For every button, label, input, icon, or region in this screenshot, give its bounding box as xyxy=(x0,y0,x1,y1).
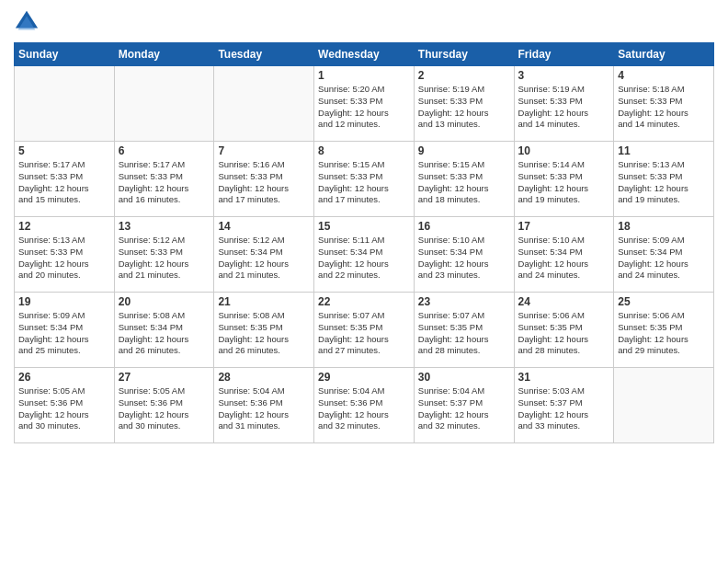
day-info: Sunrise: 5:16 AM Sunset: 5:33 PM Dayligh… xyxy=(218,159,310,206)
calendar-cell xyxy=(214,66,314,142)
calendar-cell: 1Sunrise: 5:20 AM Sunset: 5:33 PM Daylig… xyxy=(314,66,415,142)
day-number: 20 xyxy=(119,295,210,308)
day-number: 1 xyxy=(318,69,410,82)
day-info: Sunrise: 5:08 AM Sunset: 5:35 PM Dayligh… xyxy=(218,310,310,357)
day-number: 4 xyxy=(618,69,710,82)
day-number: 29 xyxy=(318,371,410,384)
header xyxy=(14,9,714,35)
day-info: Sunrise: 5:06 AM Sunset: 5:35 PM Dayligh… xyxy=(618,310,710,357)
day-info: Sunrise: 5:19 AM Sunset: 5:33 PM Dayligh… xyxy=(518,84,610,131)
calendar-cell: 5Sunrise: 5:17 AM Sunset: 5:33 PM Daylig… xyxy=(15,142,115,217)
day-info: Sunrise: 5:17 AM Sunset: 5:33 PM Dayligh… xyxy=(119,159,210,206)
day-info: Sunrise: 5:19 AM Sunset: 5:33 PM Dayligh… xyxy=(418,84,510,131)
calendar-cell: 25Sunrise: 5:06 AM Sunset: 5:35 PM Dayli… xyxy=(614,293,714,368)
calendar-cell: 31Sunrise: 5:03 AM Sunset: 5:37 PM Dayli… xyxy=(514,368,614,443)
calendar-cell: 21Sunrise: 5:08 AM Sunset: 5:35 PM Dayli… xyxy=(214,293,314,368)
day-number: 10 xyxy=(518,144,610,157)
calendar-cell: 10Sunrise: 5:14 AM Sunset: 5:33 PM Dayli… xyxy=(514,142,614,217)
calendar-cell: 22Sunrise: 5:07 AM Sunset: 5:35 PM Dayli… xyxy=(314,293,415,368)
weekday-header-thursday: Thursday xyxy=(414,43,514,66)
day-info: Sunrise: 5:04 AM Sunset: 5:37 PM Dayligh… xyxy=(418,385,510,432)
day-number: 5 xyxy=(18,144,110,157)
weekday-header-row: SundayMondayTuesdayWednesdayThursdayFrid… xyxy=(15,43,714,66)
day-number: 25 xyxy=(618,295,710,308)
weekday-header-saturday: Saturday xyxy=(614,43,714,66)
day-number: 14 xyxy=(218,220,310,233)
day-info: Sunrise: 5:10 AM Sunset: 5:34 PM Dayligh… xyxy=(518,235,610,282)
calendar-cell: 4Sunrise: 5:18 AM Sunset: 5:33 PM Daylig… xyxy=(614,66,714,142)
calendar-cell: 17Sunrise: 5:10 AM Sunset: 5:34 PM Dayli… xyxy=(514,217,614,293)
day-info: Sunrise: 5:10 AM Sunset: 5:34 PM Dayligh… xyxy=(418,235,510,282)
calendar-cell: 13Sunrise: 5:12 AM Sunset: 5:33 PM Dayli… xyxy=(114,217,214,293)
calendar-cell: 28Sunrise: 5:04 AM Sunset: 5:36 PM Dayli… xyxy=(214,368,314,443)
day-number: 23 xyxy=(418,295,510,308)
day-number: 12 xyxy=(18,220,110,233)
day-info: Sunrise: 5:07 AM Sunset: 5:35 PM Dayligh… xyxy=(418,310,510,357)
week-row-1: 5Sunrise: 5:17 AM Sunset: 5:33 PM Daylig… xyxy=(15,142,714,217)
day-number: 8 xyxy=(318,144,410,157)
week-row-3: 19Sunrise: 5:09 AM Sunset: 5:34 PM Dayli… xyxy=(15,293,714,368)
day-number: 16 xyxy=(418,220,510,233)
calendar-cell: 2Sunrise: 5:19 AM Sunset: 5:33 PM Daylig… xyxy=(414,66,514,142)
day-number: 13 xyxy=(119,220,210,233)
day-info: Sunrise: 5:05 AM Sunset: 5:36 PM Dayligh… xyxy=(18,385,110,432)
day-number: 28 xyxy=(218,371,310,384)
page: SundayMondayTuesdayWednesdayThursdayFrid… xyxy=(0,0,728,563)
weekday-header-monday: Monday xyxy=(114,43,214,66)
week-row-2: 12Sunrise: 5:13 AM Sunset: 5:33 PM Dayli… xyxy=(15,217,714,293)
day-info: Sunrise: 5:05 AM Sunset: 5:36 PM Dayligh… xyxy=(119,385,210,432)
calendar-cell: 15Sunrise: 5:11 AM Sunset: 5:34 PM Dayli… xyxy=(314,217,415,293)
day-info: Sunrise: 5:14 AM Sunset: 5:33 PM Dayligh… xyxy=(518,159,610,206)
day-number: 24 xyxy=(518,295,610,308)
calendar-cell: 7Sunrise: 5:16 AM Sunset: 5:33 PM Daylig… xyxy=(214,142,314,217)
day-info: Sunrise: 5:15 AM Sunset: 5:33 PM Dayligh… xyxy=(318,159,410,206)
day-info: Sunrise: 5:09 AM Sunset: 5:34 PM Dayligh… xyxy=(618,235,710,282)
day-number: 2 xyxy=(418,69,510,82)
day-info: Sunrise: 5:18 AM Sunset: 5:33 PM Dayligh… xyxy=(618,84,710,131)
day-info: Sunrise: 5:08 AM Sunset: 5:34 PM Dayligh… xyxy=(119,310,210,357)
calendar-table: SundayMondayTuesdayWednesdayThursdayFrid… xyxy=(14,42,714,443)
calendar-cell: 12Sunrise: 5:13 AM Sunset: 5:33 PM Dayli… xyxy=(15,217,115,293)
day-info: Sunrise: 5:04 AM Sunset: 5:36 PM Dayligh… xyxy=(218,385,310,432)
day-info: Sunrise: 5:06 AM Sunset: 5:35 PM Dayligh… xyxy=(518,310,610,357)
day-number: 3 xyxy=(518,69,610,82)
day-number: 31 xyxy=(518,371,610,384)
week-row-0: 1Sunrise: 5:20 AM Sunset: 5:33 PM Daylig… xyxy=(15,66,714,142)
day-info: Sunrise: 5:13 AM Sunset: 5:33 PM Dayligh… xyxy=(18,235,110,282)
calendar-cell: 29Sunrise: 5:04 AM Sunset: 5:36 PM Dayli… xyxy=(314,368,415,443)
weekday-header-wednesday: Wednesday xyxy=(314,43,415,66)
calendar-cell xyxy=(114,66,214,142)
day-number: 19 xyxy=(18,295,110,308)
day-number: 21 xyxy=(218,295,310,308)
weekday-header-tuesday: Tuesday xyxy=(214,43,314,66)
day-number: 9 xyxy=(418,144,510,157)
day-number: 27 xyxy=(119,371,210,384)
day-number: 17 xyxy=(518,220,610,233)
day-number: 11 xyxy=(618,144,710,157)
day-number: 6 xyxy=(119,144,210,157)
calendar-cell xyxy=(614,368,714,443)
logo-icon xyxy=(14,9,40,35)
day-number: 7 xyxy=(218,144,310,157)
day-info: Sunrise: 5:13 AM Sunset: 5:33 PM Dayligh… xyxy=(618,159,710,206)
calendar-cell: 6Sunrise: 5:17 AM Sunset: 5:33 PM Daylig… xyxy=(114,142,214,217)
day-info: Sunrise: 5:17 AM Sunset: 5:33 PM Dayligh… xyxy=(18,159,110,206)
calendar-cell: 20Sunrise: 5:08 AM Sunset: 5:34 PM Dayli… xyxy=(114,293,214,368)
day-info: Sunrise: 5:03 AM Sunset: 5:37 PM Dayligh… xyxy=(518,385,610,432)
calendar-cell: 24Sunrise: 5:06 AM Sunset: 5:35 PM Dayli… xyxy=(514,293,614,368)
day-info: Sunrise: 5:12 AM Sunset: 5:33 PM Dayligh… xyxy=(119,235,210,282)
day-info: Sunrise: 5:09 AM Sunset: 5:34 PM Dayligh… xyxy=(18,310,110,357)
calendar-cell: 19Sunrise: 5:09 AM Sunset: 5:34 PM Dayli… xyxy=(15,293,115,368)
calendar-cell: 14Sunrise: 5:12 AM Sunset: 5:34 PM Dayli… xyxy=(214,217,314,293)
calendar-cell: 27Sunrise: 5:05 AM Sunset: 5:36 PM Dayli… xyxy=(114,368,214,443)
calendar-cell: 3Sunrise: 5:19 AM Sunset: 5:33 PM Daylig… xyxy=(514,66,614,142)
calendar-cell: 23Sunrise: 5:07 AM Sunset: 5:35 PM Dayli… xyxy=(414,293,514,368)
day-number: 30 xyxy=(418,371,510,384)
day-info: Sunrise: 5:12 AM Sunset: 5:34 PM Dayligh… xyxy=(218,235,310,282)
calendar-cell: 18Sunrise: 5:09 AM Sunset: 5:34 PM Dayli… xyxy=(614,217,714,293)
day-number: 26 xyxy=(18,371,110,384)
day-info: Sunrise: 5:04 AM Sunset: 5:36 PM Dayligh… xyxy=(318,385,410,432)
weekday-header-sunday: Sunday xyxy=(15,43,115,66)
week-row-4: 26Sunrise: 5:05 AM Sunset: 5:36 PM Dayli… xyxy=(15,368,714,443)
day-info: Sunrise: 5:11 AM Sunset: 5:34 PM Dayligh… xyxy=(318,235,410,282)
